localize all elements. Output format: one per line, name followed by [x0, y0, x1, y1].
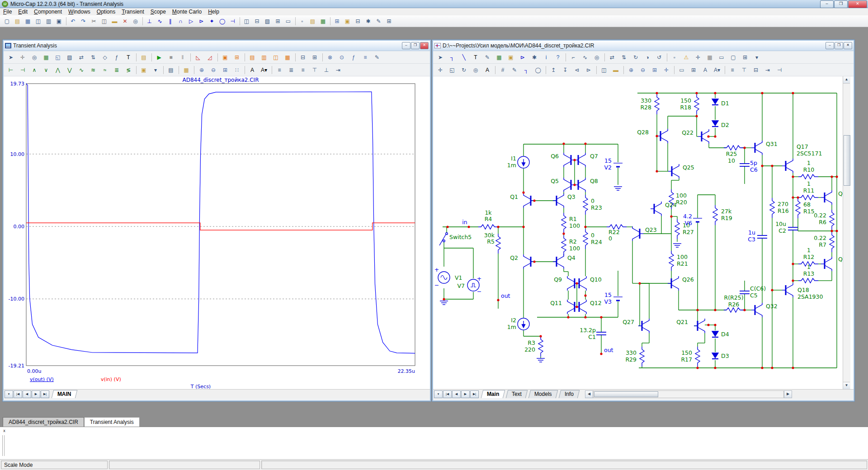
menu-component[interactable]: Component — [31, 8, 65, 15]
move-up-icon[interactable]: ↥ — [547, 65, 559, 75]
schem-restore-button[interactable]: ❒ — [835, 42, 843, 49]
edit-plot-icon[interactable]: ✎ — [371, 52, 383, 63]
tab-nav-button-3[interactable]: ▶ — [461, 390, 470, 398]
clipboard-icon[interactable]: ▣ — [138, 65, 150, 75]
tab-nav-button-0[interactable]: ▾ — [5, 390, 13, 398]
valley-icon[interactable]: ∨ — [40, 65, 52, 75]
border-toggle-icon[interactable]: ▭ — [716, 52, 727, 63]
graphics-tool-icon[interactable]: ✎ — [481, 52, 493, 63]
zoom-in-icon[interactable]: ⊕ — [625, 65, 637, 75]
menubar[interactable]: FileEditComponentWindowsOptionsTransient… — [0, 8, 868, 16]
diode-component-button-icon[interactable]: ▷ — [186, 16, 196, 26]
tab-nav-button-1[interactable]: |◀ — [443, 390, 452, 398]
zoom-out-icon[interactable]: ⊖ — [637, 65, 649, 75]
schematic-vertical-scrollbar[interactable]: ▲ ▼ — [843, 76, 850, 389]
info-mode-icon[interactable]: i — [540, 52, 552, 63]
schematic-sheet-tab-models[interactable]: Models — [528, 390, 558, 398]
distribute-icon[interactable]: ⊟ — [750, 65, 762, 75]
app-titlebar[interactable]: 12 Micro-Cap 12.2.0.3 (64 bit) - Transie… — [0, 0, 868, 8]
align-right-icon[interactable]: ≡ — [297, 65, 309, 75]
normalize-icon[interactable]: ≡ — [359, 52, 371, 63]
tab-nav-button-4[interactable]: ▶| — [41, 390, 49, 398]
maximize-window-button-icon[interactable]: ▭ — [283, 16, 293, 26]
child-minimize-button[interactable]: – — [402, 42, 410, 49]
zoom-select-icon[interactable]: ◱ — [52, 52, 64, 63]
annotate-button-icon[interactable]: ✎ — [373, 16, 384, 26]
valign-icon[interactable]: ⊤ — [738, 65, 750, 75]
menu-options[interactable]: Options — [94, 8, 118, 15]
cursor-left-icon[interactable]: ◺ — [192, 52, 204, 63]
select-tool-icon[interactable]: ➤ — [434, 52, 446, 63]
step2-icon[interactable]: ⇥ — [762, 65, 774, 75]
browse-button-icon[interactable]: ▤ — [307, 16, 318, 26]
peak-icon[interactable]: ∧ — [28, 65, 40, 75]
picture-tool-icon[interactable]: ▦ — [493, 52, 505, 63]
resistor-component-button-icon[interactable]: ∿ — [155, 16, 165, 26]
data-box-icon[interactable]: ▣ — [219, 52, 231, 63]
menu-file[interactable]: File — [0, 8, 15, 15]
cascade-button-icon[interactable]: ▧ — [262, 16, 273, 26]
step-icon[interactable]: ⇥ — [332, 65, 344, 75]
schematic-window[interactable]: D:\~~Projects\Усил модель\МОИ\AD844_disc… — [432, 40, 854, 401]
copy-region-icon[interactable]: ◫ — [598, 65, 610, 75]
font-icon[interactable]: A — [481, 65, 493, 75]
menu-scope[interactable]: Scope — [147, 8, 169, 15]
capacitor-component-button-icon[interactable]: ∥ — [165, 16, 175, 26]
wire-tool-icon[interactable]: ┐ — [520, 65, 532, 75]
menu-monte-carlo[interactable]: Monte Carlo — [169, 8, 205, 15]
paste-region-icon[interactable]: ▬ — [610, 65, 622, 75]
clipboard-drop-icon[interactable]: ▾ — [150, 65, 161, 75]
envelope-icon[interactable]: ≣ — [111, 65, 123, 75]
zoom-fit-icon[interactable]: ⊞ — [739, 52, 751, 63]
schem-minimize-button[interactable]: – — [826, 42, 834, 49]
zoom-scale-icon[interactable]: ⊞ — [649, 65, 660, 75]
menu-transient[interactable]: Transient — [118, 8, 147, 15]
low-icon[interactable]: ⋁ — [64, 65, 75, 75]
crosshair-icon[interactable]: ✛ — [692, 52, 704, 63]
sheet-icon[interactable]: ▢ — [727, 52, 739, 63]
scroll-down-arrow[interactable]: ▼ — [843, 382, 850, 389]
schematic-canvas[interactable]: 1kR430kR5inSwitch5V1V7outI11mI21mQ6Q7Q5Q… — [433, 76, 843, 389]
dock-close-icon[interactable]: x — [2, 428, 7, 433]
settings-button-icon[interactable]: ✱ — [363, 16, 373, 26]
plot-canvas[interactable]: AD844_discret_тройка2.CIR19.7310.000.00-… — [4, 76, 428, 389]
graph-properties-icon[interactable]: ▧ — [64, 52, 75, 63]
fx-tool-icon[interactable]: ƒ — [111, 52, 123, 63]
document-tabbar[interactable]: AD844_discret_тройка2.CIRTransient Analy… — [0, 415, 868, 427]
minimize-button[interactable]: – — [820, 0, 834, 8]
text-tool-icon[interactable]: T — [123, 52, 134, 63]
component-drop-icon[interactable]: ⊳ — [517, 52, 528, 63]
schematic-horizontal-scrollbar[interactable] — [593, 390, 784, 398]
pause-button-icon[interactable]: ‖ — [177, 52, 189, 63]
flip-vertical-icon[interactable]: ⇅ — [618, 52, 630, 63]
copy-button-icon[interactable]: ◫ — [99, 16, 109, 26]
undo-button-icon[interactable]: ↶ — [68, 16, 78, 26]
scope-image-icon[interactable]: ▦ — [40, 52, 52, 63]
move-down-icon[interactable]: ↧ — [559, 65, 571, 75]
menu-help[interactable]: Help — [205, 8, 222, 15]
inductor-component-button-icon[interactable]: ∩ — [175, 16, 186, 26]
child-close-button[interactable]: ✕ — [420, 42, 429, 49]
tab-nav-button-3[interactable]: ▶ — [32, 390, 40, 398]
probe-button-icon[interactable]: ▣ — [342, 16, 353, 26]
schematic-sheet-tab-text[interactable]: Text — [506, 390, 528, 398]
new-button-icon[interactable]: ▢ — [2, 16, 12, 26]
global-high-icon[interactable]: ≋ — [87, 65, 99, 75]
split-horizontal-icon[interactable]: ⊟ — [297, 52, 309, 63]
analog-path-icon[interactable]: ∿ — [579, 52, 591, 63]
scale-both-icon[interactable]: ◇ — [99, 52, 111, 63]
transistor-component-button-icon[interactable]: ⊳ — [196, 16, 207, 26]
panel-four-icon[interactable]: ▦ — [282, 52, 293, 63]
watch-button-icon[interactable]: ⊟ — [353, 16, 363, 26]
pan-view-icon[interactable]: ✛ — [660, 65, 672, 75]
align-center-icon[interactable]: ≣ — [285, 65, 297, 75]
warning-icon[interactable]: ⚠ — [680, 52, 692, 63]
schematic-sheet-tab-info[interactable]: Info — [559, 390, 580, 398]
flip-horizontal-icon[interactable]: ⇄ — [606, 52, 618, 63]
go-to-performance-icon[interactable]: ƒ — [348, 52, 359, 63]
schem-close-button[interactable]: ✕ — [844, 42, 852, 49]
numeric-output-icon[interactable]: ▦ — [180, 65, 192, 75]
zoom-in-icon[interactable]: ⊕ — [196, 65, 208, 75]
zoom-box-icon[interactable]: ⊞ — [219, 65, 231, 75]
print-button-icon[interactable]: ▣ — [54, 16, 64, 26]
